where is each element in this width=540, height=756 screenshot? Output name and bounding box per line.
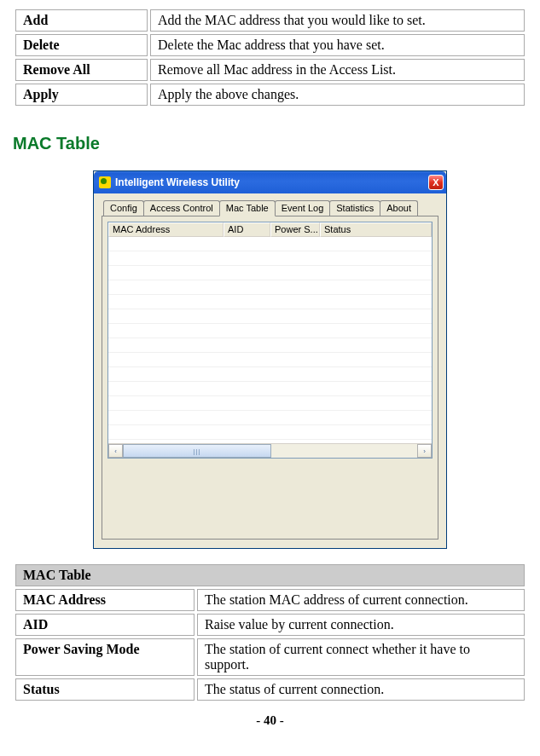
- desc-cell: The station of current connect whether i…: [197, 638, 525, 676]
- scroll-left-button[interactable]: ‹: [108, 444, 123, 458]
- table-row: Delete Delete the Mac address that you h…: [15, 34, 525, 56]
- list-rows-area: [108, 237, 432, 443]
- window-body: Config Access Control Mac Table Event Lo…: [94, 193, 446, 548]
- column-headers: MAC Address AID Power S... Status: [108, 222, 432, 237]
- mac-listview[interactable]: MAC Address AID Power S... Status ‹ |||: [107, 222, 433, 459]
- scroll-right-button[interactable]: ›: [417, 444, 432, 458]
- close-icon: X: [433, 178, 438, 188]
- close-button[interactable]: X: [428, 175, 444, 190]
- desc-cell: Remove all Mac address in the Access Lis…: [150, 59, 525, 81]
- desc-cell: Apply the above changes.: [150, 84, 525, 106]
- app-window: Intelligent Wireless Utility X Config Ac…: [93, 170, 447, 549]
- scrollbar-thumb[interactable]: |||: [123, 444, 271, 458]
- term-cell: Delete: [15, 34, 148, 56]
- tab-panel: MAC Address AID Power S... Status ‹ |||: [102, 216, 438, 540]
- horizontal-scrollbar[interactable]: ‹ ||| ›: [108, 443, 432, 458]
- page-number: - 40 -: [13, 713, 527, 728]
- tab-strip: Config Access Control Mac Table Event Lo…: [103, 200, 438, 216]
- mac-table-definitions: MAC Table MAC Address The station MAC ad…: [13, 562, 527, 703]
- mac-table-header-cell: MAC Table: [15, 564, 525, 586]
- table-row: Add Add the MAC address that you would l…: [15, 9, 525, 32]
- app-icon: [99, 176, 111, 188]
- top-definition-table: Add Add the MAC address that you would l…: [13, 7, 527, 108]
- tab-access-control[interactable]: Access Control: [143, 200, 220, 216]
- column-header-aid[interactable]: AID: [224, 222, 270, 237]
- scrollbar-track: [271, 444, 418, 458]
- desc-cell: Delete the Mac address that you have set…: [150, 34, 525, 56]
- table-row: Apply Apply the above changes.: [15, 84, 525, 106]
- term-cell: Power Saving Mode: [15, 638, 195, 676]
- table-header-row: MAC Table: [15, 564, 525, 586]
- desc-cell: Add the MAC address that you would like …: [150, 9, 525, 32]
- chevron-right-icon: ›: [423, 447, 426, 455]
- section-heading: MAC Table: [13, 134, 527, 153]
- table-row: Status The status of current connection.: [15, 678, 525, 701]
- table-row: Remove All Remove all Mac address in the…: [15, 59, 525, 81]
- desc-cell: The station MAC address of current conne…: [197, 589, 525, 611]
- table-row: Power Saving Mode The station of current…: [15, 638, 525, 676]
- window-title: Intelligent Wireless Utility: [115, 176, 428, 188]
- column-header-power[interactable]: Power S...: [270, 222, 320, 237]
- desc-cell: The status of current connection.: [197, 678, 525, 701]
- table-row: AID Raise value by current connection.: [15, 614, 525, 636]
- column-header-mac[interactable]: MAC Address: [108, 222, 224, 237]
- table-row: MAC Address The station MAC address of c…: [15, 589, 525, 611]
- desc-cell: Raise value by current connection.: [197, 614, 525, 636]
- screenshot-container: Intelligent Wireless Utility X Config Ac…: [13, 170, 527, 549]
- term-cell: MAC Address: [15, 589, 195, 611]
- term-cell: Remove All: [15, 59, 148, 81]
- term-cell: AID: [15, 614, 195, 636]
- column-header-status[interactable]: Status: [320, 222, 432, 237]
- tab-mac-table[interactable]: Mac Table: [219, 200, 276, 216]
- tab-statistics[interactable]: Statistics: [329, 200, 380, 216]
- tab-config[interactable]: Config: [103, 200, 144, 216]
- chevron-left-icon: ‹: [114, 447, 117, 455]
- tab-about[interactable]: About: [380, 200, 418, 216]
- term-cell: Status: [15, 678, 195, 701]
- tab-event-log[interactable]: Event Log: [275, 200, 331, 216]
- titlebar[interactable]: Intelligent Wireless Utility X: [94, 171, 446, 193]
- term-cell: Apply: [15, 84, 148, 106]
- term-cell: Add: [15, 9, 148, 32]
